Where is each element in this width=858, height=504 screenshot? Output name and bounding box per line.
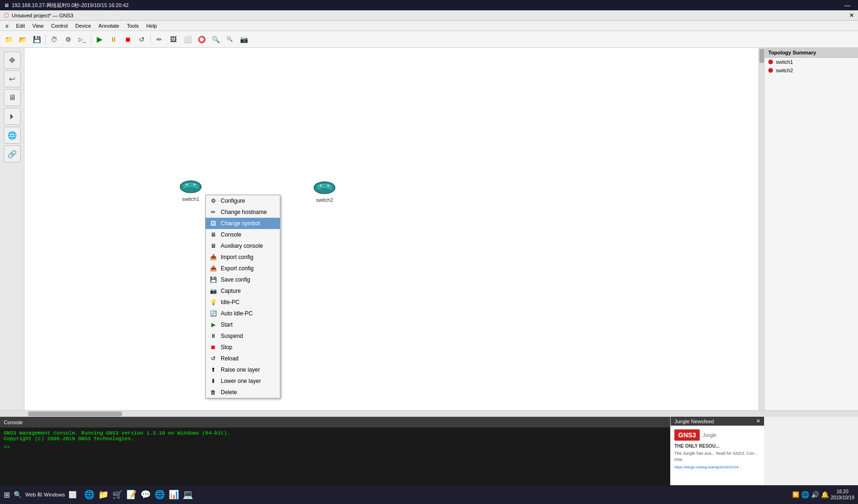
sidebar-device-button[interactable]: 🖥	[4, 89, 21, 106]
taskbar-app2-icon[interactable]: 📊	[169, 489, 179, 500]
toolbar-rect-button[interactable]: ⬜	[181, 33, 194, 46]
taskbar-windows-icon[interactable]: ⊞	[4, 490, 10, 499]
title-bar-controls: —	[841, 2, 854, 9]
toolbar-edit-button[interactable]: ✏	[153, 33, 166, 46]
ctx-delete-label: Delete	[221, 389, 237, 396]
menu-item-tools[interactable]: Tools	[123, 22, 143, 30]
console-line2: Copyright (c) 2006-2019 GNS3 Technologie…	[4, 436, 760, 442]
taskbar-network-icon[interactable]: 🌐	[801, 491, 809, 498]
canvas-vscrollbar[interactable]	[758, 48, 764, 410]
canvas-area[interactable]: switch1 switch2 ⚙ Configure ✏ Change hos…	[24, 48, 764, 410]
toolbar-ellipse-button[interactable]: ⭕	[195, 33, 208, 46]
taskbar-task-view[interactable]: ⬜	[69, 491, 77, 498]
toolbar-terminal-button[interactable]: ▷_	[76, 33, 89, 46]
menu-item-edit[interactable]: Edit	[12, 22, 29, 30]
app-close-button[interactable]: ✕	[849, 12, 854, 19]
ctx-reload-label: Reload	[221, 355, 239, 362]
ctx-start[interactable]: ▶ Start	[206, 319, 280, 330]
taskbar-volume-icon[interactable]: 🔊	[811, 491, 819, 498]
hscrollbar-thumb[interactable]	[28, 412, 122, 416]
taskbar-search-text[interactable]: Web 和 Windows	[25, 491, 65, 498]
toolbar-timer-button[interactable]: ⏱	[47, 33, 61, 46]
toolbar-zoomin-button[interactable]: 🔍	[209, 33, 222, 46]
ctx-lower-one-layer[interactable]: ⬇ Lower one layer	[206, 375, 280, 387]
configure-icon: ⚙	[209, 197, 217, 205]
taskbar-lang-icon[interactable]: 🈶	[792, 491, 799, 498]
toolbar-pause-button[interactable]: ⏸	[107, 33, 120, 46]
minimize-button[interactable]: —	[841, 2, 854, 9]
ctx-delete[interactable]: 🗑 Delete	[206, 387, 280, 398]
newsfeed-heading: THE ONLY RESOU...	[674, 443, 760, 449]
topology-switch2-label: switch2	[776, 68, 793, 73]
switch1-label: switch1	[182, 196, 200, 202]
toolbar-start-button[interactable]: ▶	[93, 33, 106, 46]
topology-item-switch2[interactable]: switch2	[765, 66, 858, 75]
newsfeed-url[interactable]: https://blogs.cublog.exking/2019/10/19..…	[674, 465, 760, 469]
newsfeed-close-button[interactable]: ✕	[756, 418, 760, 424]
ctx-raise-one-layer[interactable]: ⬆ Raise one layer	[206, 364, 280, 375]
menu-item-view[interactable]: View	[29, 22, 47, 30]
sidebar-play-button[interactable]: ⏵	[4, 108, 21, 125]
change-symbol-icon: 🖼	[209, 220, 217, 227]
sidebar-network-button[interactable]: 🌐	[4, 127, 21, 144]
ctx-auto-idle-pc[interactable]: 🔄 Auto Idle-PC	[206, 308, 280, 319]
ctx-import-config[interactable]: 📥 Import config	[206, 252, 280, 263]
toolbar-openrecent-button[interactable]: 📂	[16, 33, 29, 46]
taskbar-store-icon[interactable]: 🛒	[112, 489, 123, 500]
ctx-change-hostname[interactable]: ✏ Change hostname	[206, 206, 280, 218]
ctx-suspend[interactable]: ⏸ Suspend	[206, 330, 280, 342]
toolbar-open-button[interactable]: 📁	[2, 33, 15, 46]
ctx-stop[interactable]: ⏹ Stop	[206, 342, 280, 353]
topology-switch1-label: switch1	[776, 59, 793, 65]
switch2-label: switch2	[316, 197, 333, 203]
ctx-capture[interactable]: 📷 Capture	[206, 285, 280, 297]
menu-item-e[interactable]: e	[2, 22, 12, 30]
ctx-console[interactable]: 🖥 Console	[206, 229, 280, 240]
toolbar-image-button[interactable]: 🖼	[167, 33, 180, 46]
taskbar-chrome-icon[interactable]: 🌐	[84, 489, 94, 500]
sidebar-link-button[interactable]: 🔗	[4, 145, 21, 162]
ctx-save-config[interactable]: 💾 Save config	[206, 274, 280, 285]
menu-item-help[interactable]: Help	[143, 22, 161, 30]
ctx-configure-label: Configure	[221, 198, 245, 204]
vscrollbar-thumb[interactable]	[759, 49, 764, 63]
sidebar-back-button[interactable]: ↩	[4, 70, 21, 87]
taskbar-clock[interactable]: 16:20 2019/10/19	[831, 489, 854, 501]
menu-item-annotate[interactable]: Annotate	[95, 22, 123, 30]
sidebar-move-button[interactable]: ✥	[4, 52, 21, 69]
ctx-change-symbol[interactable]: 🖼 Change symbol	[206, 218, 280, 229]
toolbar-stop-button[interactable]: ⏹	[121, 33, 134, 46]
taskbar-wechat-icon[interactable]: 💬	[140, 489, 151, 500]
auxiliary-console-icon: 🖥	[209, 242, 217, 250]
menu-item-control[interactable]: Control	[47, 22, 71, 30]
toolbar-zoomout-button[interactable]: 🔍	[223, 33, 236, 46]
taskbar-search-icon[interactable]: 🔍	[14, 491, 22, 498]
taskbar-time-display: 16:20	[831, 489, 854, 495]
ctx-auxiliary-console[interactable]: 🖥 Auxiliary console	[206, 240, 280, 252]
toolbar-settings-button[interactable]: ⚙	[62, 33, 75, 46]
idle-pc-icon: 💡	[209, 298, 217, 306]
topology-item-switch1[interactable]: switch1	[765, 58, 858, 66]
horizontal-scrollbar[interactable]	[0, 410, 858, 417]
svg-point-4	[320, 184, 322, 187]
switch1-node[interactable]: switch1	[179, 178, 202, 202]
ctx-reload[interactable]: ↺ Reload	[206, 353, 280, 364]
ctx-configure[interactable]: ⚙ Configure	[206, 195, 280, 206]
ctx-idle-pc[interactable]: 💡 Idle-PC	[206, 297, 280, 308]
ctx-export-config[interactable]: 📤 Export config	[206, 263, 280, 274]
taskbar-explorer-icon[interactable]: 📁	[98, 489, 108, 500]
menu-item-device[interactable]: Device	[71, 22, 95, 30]
taskbar-terminal-icon[interactable]: 💻	[183, 489, 193, 500]
svg-point-5	[327, 184, 330, 187]
taskbar-ie-icon[interactable]: 🌐	[155, 489, 165, 500]
toolbar-screenshot-button[interactable]: 📷	[237, 33, 250, 46]
taskbar-notification-icon[interactable]: 🔔	[821, 491, 829, 498]
lower-layer-icon: ⬇	[209, 377, 217, 385]
console-titlebar: Console 📌 ✕	[0, 417, 764, 428]
taskbar-word-icon[interactable]: 📝	[126, 489, 137, 500]
switch2-dot	[768, 68, 773, 73]
toolbar-save-button[interactable]: 💾	[30, 33, 43, 46]
switch2-node[interactable]: switch2	[313, 179, 336, 203]
toolbar-reload-button[interactable]: ↺	[135, 33, 148, 46]
suspend-icon: ⏸	[209, 332, 217, 340]
